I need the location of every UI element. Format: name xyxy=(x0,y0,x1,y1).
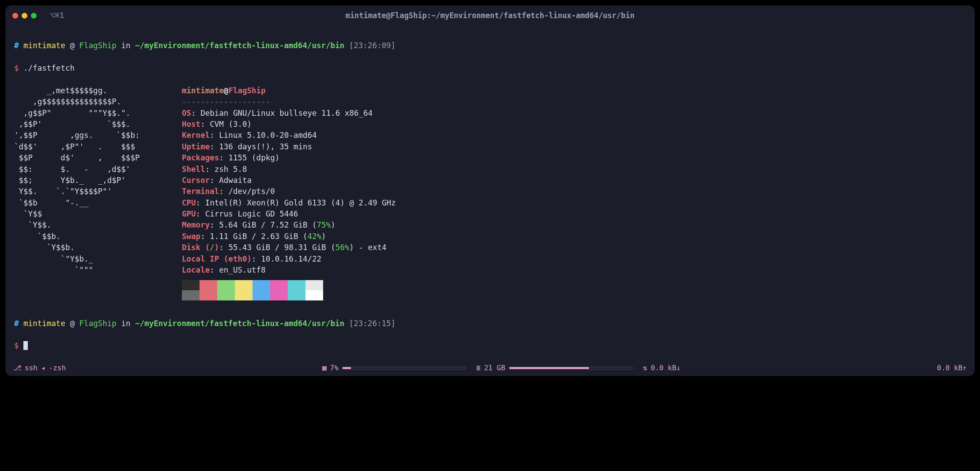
ff-value-tail: ) - ext4 xyxy=(349,243,386,252)
ff-info-row: GPU: Cirrus Logic GD 5446 xyxy=(182,209,396,220)
swatch xyxy=(253,280,270,290)
logo-line: ',$$P ,ggs. `$$b: xyxy=(14,130,182,141)
ff-key: Uptime xyxy=(182,142,210,151)
logo-line: Y$$. `.`"Y$$$$P"' xyxy=(14,186,182,197)
prompt-hash: # xyxy=(14,41,19,50)
ff-at: @ xyxy=(224,86,229,95)
ram-bar xyxy=(509,367,633,369)
swatch xyxy=(270,280,288,290)
ff-info-row: Host: CVM (3.0) xyxy=(182,119,396,130)
ff-key: CPU xyxy=(182,198,196,207)
status-bar: ⎇ ssh ◂ -zsh ▦ 7% ≣ 21 GB ⇅ 0.0 kB↓ 0.0 … xyxy=(5,361,975,376)
ff-info-row: Kernel: Linux 5.10.0-20-amd64 xyxy=(182,130,396,141)
swatch xyxy=(270,290,288,300)
status-shell: -zsh xyxy=(49,363,66,373)
zoom-icon[interactable] xyxy=(31,13,37,19)
ff-value: 55.43 GiB / 98.31 GiB ( xyxy=(228,243,335,252)
logo-line: `Y$$. xyxy=(14,220,182,231)
ff-value: 1155 (dpkg) xyxy=(228,153,279,162)
ram-icon: ≣ xyxy=(476,363,481,373)
ff-value: zsh 5.8 xyxy=(215,165,247,174)
status-net: ⇅ 0.0 kB↓ xyxy=(643,363,681,373)
titlebar: ⌥⌘1 mintimate@FlagShip:~/myEnvironment/f… xyxy=(5,5,975,26)
logo-line: `$$b "-.__ xyxy=(14,198,182,209)
minimize-icon[interactable] xyxy=(22,13,27,19)
ff-value: 5.64 GiB / 7.52 GiB ( xyxy=(219,220,317,229)
terminal-body[interactable]: # mintimate @ FlagShip in ~/myEnvironmen… xyxy=(5,26,975,376)
ff-key: Terminal xyxy=(182,187,219,196)
ff-key: Local IP (eth0) xyxy=(182,254,252,263)
net-up: 0.0 kB↑ xyxy=(937,363,967,373)
ff-value: /dev/pts/0 xyxy=(228,187,275,196)
logo-line: $$: $. - ,d$$' xyxy=(14,164,182,175)
ff-key: Kernel xyxy=(182,131,210,140)
prompt-at: @ xyxy=(70,41,75,50)
ff-key: Swap xyxy=(182,232,200,241)
ff-info-row: Locale: en_US.utf8 xyxy=(182,265,396,276)
prompt-at: @ xyxy=(70,319,75,328)
prompt-dollar: $ xyxy=(14,341,19,350)
ff-key: Cursor xyxy=(182,176,210,185)
system-info: mintimate@FlagShip-------------------OS:… xyxy=(182,85,396,300)
prompt-path: ~/myEnvironment/fastfetch-linux-amd64/us… xyxy=(135,319,344,328)
status-sep: ◂ xyxy=(41,363,45,373)
ff-value: Adwaita xyxy=(219,176,252,185)
ascii-logo: _,met$$$$$gg. ,g$$$$$$$$$$$$$$$P. ,g$$P"… xyxy=(14,85,182,300)
swatch xyxy=(253,290,270,300)
swatch xyxy=(182,290,200,300)
ff-host: FlagShip xyxy=(228,86,265,95)
ff-info-row: Local IP (eth0): 10.0.16.14/22 xyxy=(182,254,396,265)
status-cpu: ▦ 7% xyxy=(322,363,466,373)
prompt-user: mintimate xyxy=(23,319,65,328)
prompt-hash: # xyxy=(14,319,19,328)
close-icon[interactable] xyxy=(12,13,18,19)
ff-percent: 56% xyxy=(335,243,350,252)
logo-line: `"Y$b._ xyxy=(14,254,182,265)
status-session: ⎇ ssh ◂ -zsh xyxy=(13,363,66,373)
ff-info-row: Terminal: /dev/pts/0 xyxy=(182,186,396,197)
ff-info-row: Disk (/): 55.43 GiB / 98.31 GiB (56%) - … xyxy=(182,242,396,253)
ff-info-row: Memory: 5.64 GiB / 7.52 GiB (75%) xyxy=(182,220,396,231)
ff-info-row: Packages: 1155 (dpkg) xyxy=(182,152,396,163)
swatch xyxy=(200,280,217,290)
ff-key-path: / xyxy=(210,243,215,252)
ff-value: Intel(R) Xeon(R) Gold 6133 (4) @ 2.49 GH… xyxy=(205,198,396,207)
logo-line: _,met$$$$$gg. xyxy=(14,85,182,96)
prompt-time: [23:26:15] xyxy=(349,319,396,328)
ff-value-tail: ) xyxy=(331,220,335,229)
ff-value: en_US.utf8 xyxy=(219,266,265,274)
logo-line: ,g$$P" """Y$$.". xyxy=(14,108,182,119)
tab-shortcut-indicator: ⌥⌘1 xyxy=(50,10,64,21)
ff-percent: 75% xyxy=(317,220,331,229)
status-ssh: ssh xyxy=(25,363,38,373)
command-line-2: $ xyxy=(14,340,966,351)
ff-key-tail: ) xyxy=(215,243,219,252)
swatch xyxy=(305,280,323,290)
swatch xyxy=(305,290,323,300)
ff-header: mintimate@FlagShip xyxy=(182,85,396,96)
ff-percent: 42% xyxy=(308,232,322,241)
prompt-dollar: $ xyxy=(14,64,19,72)
logo-line: `Y$$ xyxy=(14,209,182,220)
ff-info-row: Cursor: Adwaita xyxy=(182,175,396,186)
prompt-time: [23:26:09] xyxy=(349,41,396,50)
logo-line: `Y$$b. xyxy=(14,242,182,253)
ff-value: 136 days(!), 35 mins xyxy=(219,142,312,151)
prompt-line-1: # mintimate @ FlagShip in ~/myEnvironmen… xyxy=(14,40,966,51)
ff-value: 10.0.16.14/22 xyxy=(261,254,321,263)
prompt-path: ~/myEnvironment/fastfetch-linux-amd64/us… xyxy=(135,41,344,50)
ff-value: 1.11 GiB / 2.63 GiB ( xyxy=(210,232,307,241)
logo-line: $$P d$' , $$$P xyxy=(14,152,182,163)
ff-value-tail: ) xyxy=(321,232,326,241)
ff-info-row: Swap: 1.11 GiB / 2.63 GiB (42%) xyxy=(182,231,396,242)
ff-key: Locale xyxy=(182,266,210,274)
ff-info-row: CPU: Intel(R) Xeon(R) Gold 6133 (4) @ 2.… xyxy=(182,198,396,209)
terminal-window: ⌥⌘1 mintimate@FlagShip:~/myEnvironment/f… xyxy=(5,5,975,376)
logo-line: ,$$P' `$$$. xyxy=(14,119,182,130)
ff-value: Linux 5.10.0-20-amd64 xyxy=(219,131,317,140)
ff-key: OS xyxy=(182,109,191,118)
prompt-in: in xyxy=(121,319,130,328)
ff-value: Cirrus Logic GD 5446 xyxy=(205,209,298,218)
swatch xyxy=(288,280,305,290)
ram-label: 21 GB xyxy=(484,363,505,373)
